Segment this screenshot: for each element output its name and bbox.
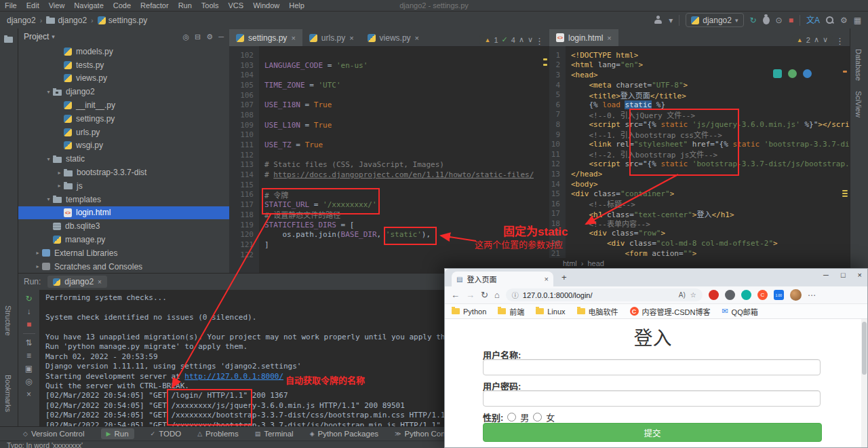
- breadcrumb-item-settings-py[interactable]: settings.py: [98, 16, 147, 25]
- statusbar-todo[interactable]: ✓TODO: [151, 430, 182, 438]
- editor-tab-login-html[interactable]: login.html ×: [549, 29, 618, 46]
- bookmark-item[interactable]: ✉QQ邮箱: [722, 306, 757, 317]
- forward-button[interactable]: →: [466, 290, 475, 300]
- project-panel-title[interactable]: Project: [24, 32, 49, 41]
- hide-panel-icon[interactable]: ─: [218, 33, 224, 41]
- tree-item-templates[interactable]: ▾templates: [18, 193, 229, 206]
- tree-item-login-html[interactable]: login.html: [18, 206, 229, 220]
- refresh-button[interactable]: ↻: [481, 290, 488, 300]
- csdn-extension-icon[interactable]: C: [757, 290, 768, 300]
- bookmark-item[interactable]: 电脑软件: [577, 306, 618, 317]
- read-aloud-icon[interactable]: A): [679, 291, 686, 299]
- stop-icon[interactable]: ■: [789, 16, 793, 24]
- next-problem-icon[interactable]: ∨: [823, 35, 828, 44]
- tree-item-django2[interactable]: ▾django2: [18, 85, 229, 98]
- settings-gear-icon[interactable]: ⚙: [840, 16, 848, 24]
- editor-plugin-icon-green[interactable]: [788, 69, 797, 78]
- male-radio[interactable]: [507, 413, 516, 422]
- project-tool-icon[interactable]: [4, 37, 13, 43]
- prev-problem-icon[interactable]: ∧: [519, 35, 524, 44]
- statusbar-version-control[interactable]: ◇Version Control: [23, 430, 85, 438]
- statusbar-python-packages[interactable]: ◈Python Packages: [310, 430, 378, 438]
- menu-window[interactable]: Window: [248, 1, 284, 10]
- extension-icon-teal[interactable]: [741, 290, 751, 300]
- inspections-widget[interactable]: ▲ 2 ∧ ∨: [791, 34, 833, 45]
- maximize-button[interactable]: □: [841, 271, 846, 279]
- menu-file[interactable]: File: [0, 1, 22, 10]
- submit-button[interactable]: 提交: [483, 423, 822, 442]
- chevron-down-icon[interactable]: ▾: [52, 33, 55, 40]
- breadcrumb-html[interactable]: html: [563, 259, 577, 267]
- tree-item-js[interactable]: ▸js: [18, 179, 229, 193]
- translate-icon[interactable]: 文A: [806, 16, 820, 24]
- pin-tab-icon[interactable]: ◎: [25, 377, 32, 386]
- debug-icon[interactable]: [763, 16, 770, 24]
- address-bar[interactable]: ⓘ 127.0.0.1:8000/login/ A) ☆: [506, 288, 703, 301]
- page-scrollbar[interactable]: [861, 319, 867, 447]
- female-radio[interactable]: [533, 413, 542, 422]
- editor-plugin-icon-blue[interactable]: [803, 69, 812, 78]
- extension-icon-red[interactable]: [709, 290, 719, 300]
- restore-layout-icon[interactable]: ⇅: [25, 339, 32, 347]
- search-everywhere-icon[interactable]: [826, 16, 834, 24]
- scrollbar-thumb[interactable]: [862, 322, 867, 375]
- user-icon[interactable]: [654, 16, 663, 24]
- tree-item-db-sqlite3[interactable]: db.sqlite3: [18, 219, 229, 233]
- statusbar-terminal[interactable]: ▤Terminal: [255, 430, 294, 438]
- menu-view[interactable]: View: [44, 1, 70, 10]
- menu-help[interactable]: Help: [284, 1, 309, 10]
- locate-file-icon[interactable]: ◎: [183, 33, 190, 41]
- run-config-selector[interactable]: django2▾: [686, 13, 743, 27]
- username-input[interactable]: [483, 359, 821, 375]
- tab-close-icon[interactable]: ×: [545, 275, 549, 283]
- bookmark-item[interactable]: Linux: [536, 307, 565, 316]
- soft-wrap-icon[interactable]: ≡: [26, 352, 31, 360]
- tree-item-bootstrap-3-3-7-dist[interactable]: ▸bootstrap-3.3.7-dist: [18, 166, 229, 179]
- editor-tab-views-py[interactable]: views.py×: [361, 29, 426, 46]
- browser-tab[interactable]: ▤ 登入页面 ×: [452, 272, 553, 286]
- tool-button-database[interactable]: Database: [854, 49, 863, 81]
- print-icon[interactable]: ▣: [25, 365, 33, 373]
- tree-item-models-py[interactable]: models.py: [18, 45, 229, 58]
- menu-tools[interactable]: Tools: [197, 1, 224, 10]
- currency-extension-icon[interactable]: 1.00: [774, 290, 784, 300]
- layout-grid-icon[interactable]: ▦: [854, 16, 861, 24]
- tree-item-external-libraries[interactable]: ▸External Libraries: [18, 246, 229, 260]
- close-icon[interactable]: ×: [291, 34, 295, 42]
- collapse-all-icon[interactable]: ⊟: [195, 33, 201, 41]
- inspections-widget[interactable]: ▲ 1 ✓ 4 ∧ ∨: [479, 34, 538, 45]
- male-label[interactable]: 男: [520, 411, 529, 424]
- bookmark-item[interactable]: Python: [452, 307, 486, 316]
- new-tab-button[interactable]: +: [561, 272, 567, 282]
- prev-problem-icon[interactable]: ∧: [814, 35, 819, 44]
- breadcrumb-item-django2[interactable]: django2: [7, 16, 36, 25]
- breadcrumb-head[interactable]: head: [587, 259, 604, 267]
- editor-tab-urls-py[interactable]: urls.py×: [302, 29, 361, 46]
- menu-navigate[interactable]: Navigate: [69, 1, 108, 10]
- menu-code[interactable]: Code: [108, 1, 136, 10]
- female-label[interactable]: 女: [546, 411, 555, 424]
- run-tab-django2[interactable]: django2 ×: [47, 276, 107, 288]
- project-settings-icon[interactable]: ⚙: [206, 33, 213, 41]
- minimize-button[interactable]: ─: [823, 271, 829, 279]
- tree-item-urls-py[interactable]: urls.py: [18, 126, 229, 139]
- tool-button-bookmarks[interactable]: Bookmarks: [4, 375, 12, 412]
- close-icon[interactable]: ×: [349, 34, 353, 42]
- site-info-icon[interactable]: ⓘ: [512, 290, 519, 300]
- tree-item-tests-py[interactable]: tests.py: [18, 58, 229, 72]
- close-icon[interactable]: ×: [607, 34, 611, 42]
- bookmark-item[interactable]: C内容管理-CSDN博客: [630, 306, 711, 317]
- statusbar-problems[interactable]: △Problems: [197, 430, 239, 438]
- tree-item-manage-py[interactable]: manage.py: [18, 233, 229, 246]
- tree-item-scratches-and-consoles[interactable]: ▸Scratches and Consoles: [18, 260, 229, 273]
- coverage-icon[interactable]: ⊙: [776, 16, 783, 24]
- password-input[interactable]: [483, 390, 821, 407]
- tool-button-structure[interactable]: Structure: [4, 305, 12, 336]
- update-project-icon[interactable]: ↻: [750, 16, 757, 24]
- tree-item-static[interactable]: ▾static: [18, 152, 229, 166]
- menu-edit[interactable]: Edit: [22, 1, 44, 10]
- back-button[interactable]: ←: [451, 290, 460, 300]
- editor-plugin-icon-teal[interactable]: [773, 69, 782, 78]
- editor-tab-settings-py[interactable]: settings.py×: [229, 29, 302, 46]
- menu-refactor[interactable]: Refactor: [136, 1, 174, 10]
